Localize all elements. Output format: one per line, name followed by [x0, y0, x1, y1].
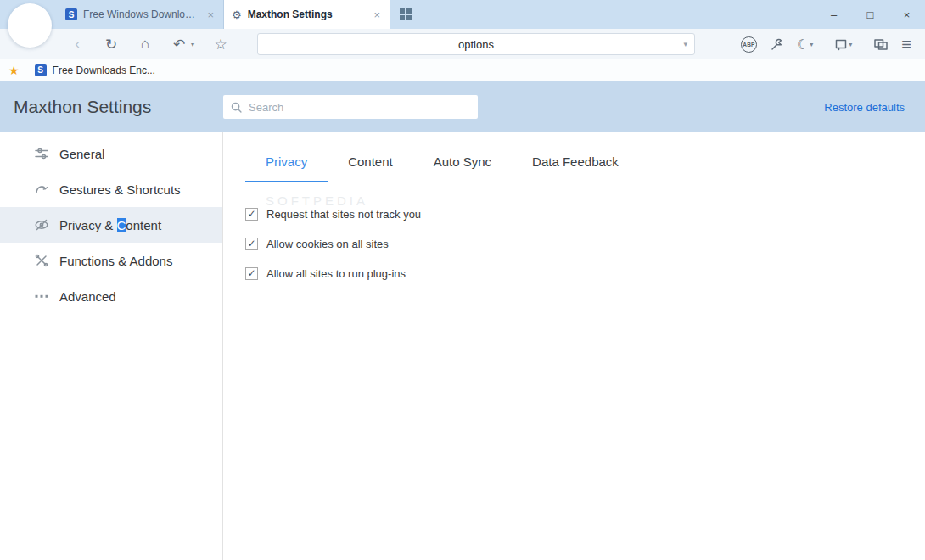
tab-content[interactable]: Content — [328, 143, 413, 182]
page-title: Maxthon Settings — [14, 97, 223, 117]
sidebar-item-functions-addons[interactable]: Functions & Addons — [0, 243, 222, 278]
chevron-down-icon[interactable]: ▾ — [810, 41, 813, 48]
night-mode-button[interactable]: ☾ ▾ — [797, 36, 813, 53]
tab-maxthon-settings[interactable]: ⚙ Maxthon Settings × — [224, 0, 390, 29]
tab-bar: S Free Windows Downloads × ⚙ Maxthon Set… — [0, 0, 925, 29]
settings-content: Privacy Content Auto Sync Data Feedback … — [223, 132, 925, 560]
bookmarks-bar: ★ S Free Downloads Enc... — [0, 59, 925, 81]
tab-free-windows-downloads[interactable]: S Free Windows Downloads × — [58, 0, 224, 29]
grid-icon — [400, 8, 412, 20]
reload-button[interactable]: ↻ — [100, 36, 122, 53]
sidebar-item-label: Functions & Addons — [59, 254, 172, 268]
user-avatar[interactable] — [8, 3, 52, 48]
chevron-down-icon[interactable]: ▾ — [191, 41, 194, 48]
tab-close-icon[interactable]: × — [205, 8, 216, 21]
tab-data-feedback[interactable]: Data Feedback — [512, 143, 639, 182]
split-screen-icon[interactable] — [873, 37, 889, 51]
favorites-star-icon[interactable]: ★ — [8, 64, 20, 77]
address-dropdown-icon[interactable]: ▾ — [683, 40, 687, 48]
tab-label: Free Windows Downloads — [83, 8, 199, 20]
privacy-options: ✓ Request that sites not track you ✓ All… — [245, 204, 904, 283]
minimize-button[interactable]: – — [816, 0, 852, 29]
settings-sidebar: General Gestures & Shortcuts Privacy & C… — [0, 132, 223, 560]
bookmark-item[interactable]: S Free Downloads Enc... — [30, 64, 160, 76]
search-input[interactable] — [249, 101, 471, 114]
gear-icon: ⚙ — [232, 8, 242, 21]
favorite-star-button[interactable]: ☆ — [210, 36, 232, 53]
dots-icon — [34, 288, 49, 304]
checkbox-checked[interactable]: ✓ — [245, 208, 258, 221]
chevron-down-icon[interactable]: ▾ — [849, 41, 852, 48]
search-icon — [230, 101, 243, 114]
tab-label: Maxthon Settings — [248, 8, 367, 20]
eye-slash-icon — [34, 217, 49, 232]
label-prefix: Privacy & — [59, 218, 117, 232]
gesture-icon — [34, 182, 49, 197]
moon-icon: ☾ — [797, 36, 809, 53]
sidebar-item-label: General — [59, 147, 104, 161]
sidebar-item-general[interactable]: General — [0, 136, 222, 171]
sidebar-item-advanced[interactable]: Advanced — [0, 278, 222, 314]
window-controls: – □ × — [816, 0, 925, 29]
checkbox-checked[interactable]: ✓ — [245, 267, 258, 280]
developer-wrench-icon[interactable] — [770, 37, 784, 52]
sidebar-item-privacy-content[interactable]: Privacy & Content — [0, 207, 222, 243]
maximize-button[interactable]: □ — [852, 0, 889, 29]
undo-icon: ↶ — [168, 36, 190, 53]
option-allow-cookies: ✓ Allow cookies on all sites — [245, 234, 904, 253]
restore-defaults-link[interactable]: Restore defaults — [824, 101, 905, 114]
sidebar-item-label: Privacy & Content — [59, 218, 161, 232]
address-bar[interactable]: options ▾ — [257, 33, 695, 55]
content-tab-strip: Privacy Content Auto Sync Data Feedback — [245, 143, 904, 182]
text-selection-highlight: C — [117, 218, 126, 232]
sidebar-item-label: Gestures & Shortcuts — [59, 182, 181, 197]
option-do-not-track: ✓ Request that sites not track you — [245, 204, 904, 223]
label-suffix: ontent — [126, 218, 161, 232]
new-tab-grid-button[interactable] — [390, 0, 421, 29]
checkbox-checked[interactable]: ✓ — [245, 238, 258, 250]
address-text: options — [458, 38, 494, 51]
toolbar: ‹ ↻ ⌂ ↶ ▾ ☆ options ▾ ABP ☾ ▾ ▾ — [0, 29, 925, 59]
tools-icon — [34, 253, 49, 268]
undo-button[interactable]: ↶ ▾ — [168, 36, 194, 53]
settings-main: General Gestures & Shortcuts Privacy & C… — [0, 132, 925, 560]
option-label: Allow all sites to run plug-ins — [266, 267, 406, 280]
settings-header: Maxthon Settings Restore defaults — [0, 81, 925, 132]
bookmark-label: Free Downloads Enc... — [53, 64, 155, 76]
option-allow-plugins: ✓ Allow all sites to run plug-ins — [245, 264, 904, 283]
snap-screenshot-button[interactable]: ▾ — [834, 37, 852, 51]
sidebar-item-label: Advanced — [59, 289, 116, 304]
close-button[interactable]: × — [889, 0, 925, 29]
sidebar-item-gestures-shortcuts[interactable]: Gestures & Shortcuts — [0, 171, 222, 207]
menu-icon[interactable]: ≡ — [901, 35, 911, 54]
option-label: Allow cookies on all sites — [266, 238, 389, 250]
sliders-icon — [34, 146, 49, 161]
softpedia-favicon: S — [65, 8, 77, 20]
tab-privacy[interactable]: Privacy — [245, 143, 328, 182]
back-button[interactable]: ‹ — [66, 36, 88, 53]
snap-icon — [834, 37, 848, 51]
option-label: Request that sites not track you — [266, 208, 421, 221]
adblock-icon[interactable]: ABP — [741, 36, 757, 53]
softpedia-favicon: S — [35, 64, 47, 76]
settings-search-box[interactable] — [223, 95, 478, 119]
tab-auto-sync[interactable]: Auto Sync — [413, 143, 512, 182]
tab-close-icon[interactable]: × — [372, 8, 382, 21]
browser-window: S Free Windows Downloads × ⚙ Maxthon Set… — [0, 0, 925, 560]
toolbar-right-icons: ABP ☾ ▾ ▾ ≡ — [741, 35, 925, 54]
home-button[interactable]: ⌂ — [134, 36, 156, 53]
